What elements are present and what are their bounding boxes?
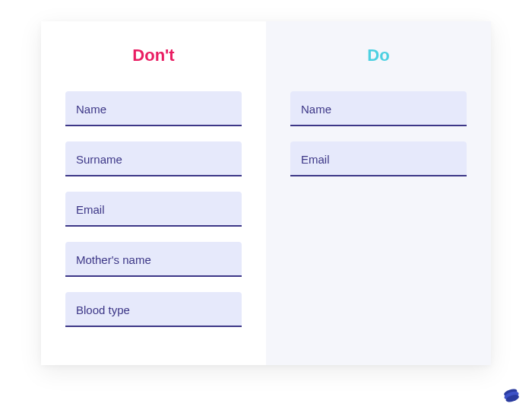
name-field[interactable]: Name [65, 91, 242, 126]
dont-heading: Don't [65, 46, 242, 65]
field-label: Mother's name [76, 253, 151, 266]
comparison-card: Don't Name Surname Email Mother's name B… [41, 21, 491, 365]
do-heading: Do [290, 46, 467, 65]
email-field[interactable]: Email [290, 141, 467, 176]
name-field[interactable]: Name [290, 91, 467, 126]
blood-type-field[interactable]: Blood type [65, 292, 242, 327]
surname-field[interactable]: Surname [65, 141, 242, 176]
mothers-name-field[interactable]: Mother's name [65, 242, 242, 277]
field-label: Email [301, 153, 330, 166]
field-label: Surname [76, 153, 122, 166]
dont-panel: Don't Name Surname Email Mother's name B… [41, 21, 266, 365]
field-label: Email [76, 203, 105, 216]
brand-logo-icon [502, 386, 521, 405]
field-label: Blood type [76, 303, 130, 316]
field-label: Name [301, 103, 331, 116]
email-field[interactable]: Email [65, 192, 242, 227]
do-panel: Do Name Email [266, 21, 491, 365]
field-label: Name [76, 103, 106, 116]
